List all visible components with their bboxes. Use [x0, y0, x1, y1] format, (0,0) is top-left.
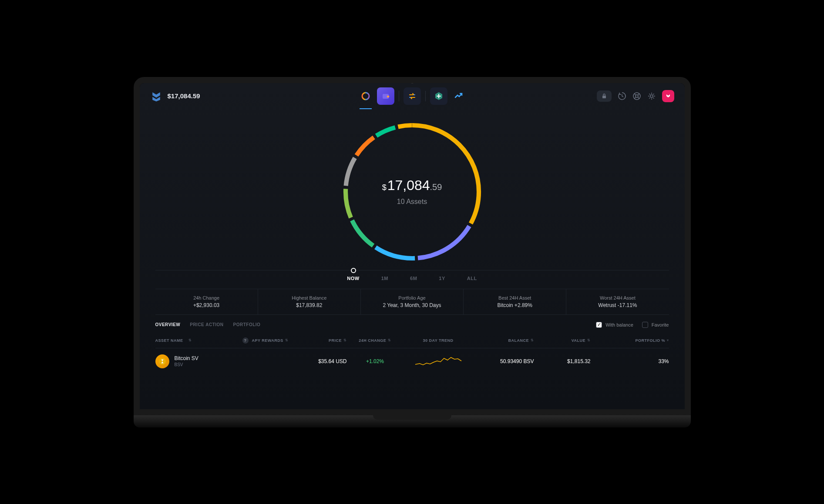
sort-icon: ⇅ — [188, 338, 192, 342]
nav-divider — [425, 91, 426, 101]
sort-down-icon: ▾ — [667, 338, 669, 342]
stat-value: Wetrust -17.11% — [570, 302, 665, 308]
time-tab-all[interactable]: ALL — [467, 276, 477, 281]
sort-icon: ⇅ — [388, 338, 391, 342]
bsv-icon — [155, 354, 169, 368]
nav-divider — [399, 91, 399, 101]
time-tab-now[interactable]: NOW — [347, 276, 359, 281]
asset-name: Bitcoin SV — [175, 355, 198, 361]
stat-label: Best 24H Asset — [467, 295, 562, 300]
table-controls: OVERVIEW PRICE ACTION PORTFOLIO ✓ With b… — [155, 315, 669, 333]
svg-point-6 — [636, 95, 638, 97]
logo-area: $17,084.59 — [150, 90, 200, 102]
exodus-logo-icon — [150, 90, 162, 102]
add-hex-icon — [434, 91, 444, 101]
th-balance[interactable]: BALANCE⇅ — [473, 337, 534, 344]
svg-point-0 — [362, 93, 369, 100]
stat-portfolio-age: Portfolio Age 2 Year, 3 Month, 30 Days — [361, 289, 464, 314]
camera-dot — [410, 79, 414, 83]
filter-favorite[interactable]: Favorite — [642, 322, 669, 328]
main-content: $ 17,084 .59 10 Assets NOW 1M 6M 1Y ALL — [140, 109, 685, 409]
svg-rect-2 — [387, 96, 389, 97]
stat-value: +$2,930.03 — [159, 302, 254, 308]
donut-icon — [360, 91, 371, 101]
nav-tabs — [357, 87, 467, 105]
sort-icon: ⇅ — [587, 338, 591, 342]
stat-24h-change: 24h Change +$2,930.03 — [155, 289, 258, 314]
brand-hex-icon — [665, 93, 672, 100]
view-tab-overview[interactable]: OVERVIEW — [155, 322, 181, 327]
filter-with-balance[interactable]: ✓ With balance — [596, 322, 633, 328]
filter-label: Favorite — [652, 322, 669, 327]
asset-symbol: BSV — [175, 362, 198, 367]
header-balance: $17,084.59 — [168, 92, 200, 100]
lock-button[interactable] — [597, 90, 612, 102]
nav-tab-portfolio[interactable] — [357, 87, 374, 105]
exchange-icon — [408, 92, 417, 100]
checkbox-checked-icon: ✓ — [596, 322, 602, 328]
filters: ✓ With balance Favorite — [596, 322, 669, 328]
time-tab-1m[interactable]: 1M — [381, 276, 388, 281]
laptop-frame: $17,084.59 — [134, 77, 691, 427]
filter-label: With balance — [605, 322, 633, 327]
time-range-tabs: NOW 1M 6M 1Y ALL — [155, 270, 669, 289]
portfolio-donut: $ 17,084 .59 10 Assets — [338, 118, 486, 266]
view-tab-portfolio[interactable]: PORTFOLIO — [233, 322, 261, 327]
assets-count: 10 Assets — [397, 198, 427, 206]
checkbox-icon — [642, 322, 648, 328]
brand-badge[interactable] — [662, 90, 674, 102]
price-cell: $35.64 USD — [290, 358, 347, 364]
history-icon[interactable] — [618, 92, 626, 100]
svg-rect-4 — [602, 96, 606, 98]
stats-row: 24h Change +$2,930.03 Highest Balance $1… — [155, 289, 669, 315]
app-header: $17,084.59 — [140, 83, 685, 109]
th-asset-name[interactable]: ASSET NAME⇅ — [155, 337, 242, 344]
nav-tab-exchange[interactable] — [404, 87, 421, 105]
time-tab-6m[interactable]: 6M — [410, 276, 417, 281]
trend-icon — [454, 91, 464, 101]
sort-icon: ⇅ — [285, 338, 289, 342]
stat-best-asset: Best 24H Asset Bitcoin +2.89% — [464, 289, 566, 314]
th-24h-change[interactable]: 24H CHANGE⇅ — [347, 337, 404, 344]
nav-tab-add[interactable] — [430, 87, 447, 105]
svg-point-7 — [650, 95, 653, 97]
nav-tab-wallet[interactable] — [377, 87, 394, 105]
time-tab-1y[interactable]: 1Y — [439, 276, 445, 281]
value-cell: $1,815.32 — [534, 358, 591, 364]
th-price[interactable]: PRICE⇅ — [290, 337, 347, 344]
table-row[interactable]: Bitcoin SV BSV $35.64 USD +1.02% 50.9349… — [155, 348, 669, 374]
th-portfolio-pct[interactable]: PORTFOLIO %▾ — [621, 337, 669, 344]
laptop-base — [134, 415, 691, 427]
table-header: ASSET NAME⇅ ?APY REWARDS⇅ PRICE⇅ 24H CHA… — [155, 333, 669, 348]
th-value[interactable]: VALUE⇅ — [534, 337, 591, 344]
wallet-icon — [381, 92, 390, 100]
support-icon[interactable] — [632, 92, 641, 100]
donut-center: $ 17,084 .59 10 Assets — [338, 118, 486, 266]
nav-tab-trends[interactable] — [450, 87, 467, 105]
balance-cents: .59 — [430, 182, 442, 192]
stat-label: Portfolio Age — [364, 295, 460, 300]
stat-label: Worst 24H Asset — [570, 295, 665, 300]
sort-icon: ⇅ — [343, 338, 347, 342]
sort-icon: ⇅ — [531, 338, 534, 342]
gear-icon[interactable] — [647, 92, 656, 100]
portfolio-pct-cell: 33% — [621, 358, 669, 364]
balance-cell: 50.93490 BSV — [473, 358, 534, 364]
th-apy-rewards[interactable]: ?APY REWARDS⇅ — [242, 337, 290, 344]
view-tabs: OVERVIEW PRICE ACTION PORTFOLIO — [155, 322, 261, 327]
view-tab-price-action[interactable]: PRICE ACTION — [190, 322, 223, 327]
stat-highest-balance: Highest Balance $17,839.82 — [258, 289, 361, 314]
chart-area: $ 17,084 .59 10 Assets — [155, 109, 669, 270]
app-window: $17,084.59 — [140, 83, 685, 409]
sparkline-icon — [414, 355, 462, 368]
stat-value: $17,839.82 — [262, 302, 357, 308]
stat-value: Bitcoin +2.89% — [467, 302, 562, 308]
balance-whole: 17,084 — [387, 177, 430, 194]
stat-worst-asset: Worst 24H Asset Wetrust -17.11% — [566, 289, 669, 314]
stat-value: 2 Year, 3 Month, 30 Days — [364, 302, 460, 308]
th-30d-trend[interactable]: 30 DAY TREND — [404, 337, 473, 344]
header-actions — [597, 90, 674, 102]
svg-point-17 — [158, 357, 165, 364]
donut-balance: $ 17,084 .59 — [382, 177, 442, 194]
laptop-screen: $17,084.59 — [134, 77, 691, 415]
